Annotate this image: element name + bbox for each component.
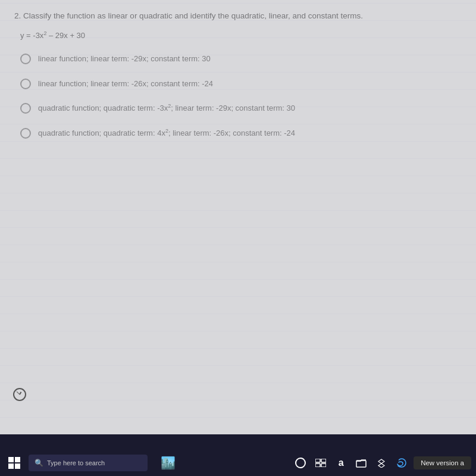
- search-bar[interactable]: 🔍 Type here to search: [29, 455, 148, 471]
- search-icon: 🔍: [35, 459, 43, 467]
- cortana-icon[interactable]: [292, 455, 309, 471]
- option-label-a: linear function; linear term: -29x; cons…: [38, 53, 211, 65]
- option-item-b: linear function; linear term: -26x; cons…: [20, 78, 462, 90]
- option-label-c: quadratic function; quadratic term: -3x2…: [38, 102, 295, 114]
- svg-rect-3: [315, 464, 320, 467]
- equation-display: y = -3x2 – 29x + 30: [20, 30, 462, 40]
- animated-app-icon[interactable]: 🏙️: [157, 452, 178, 474]
- search-input-label: Type here to search: [47, 459, 105, 466]
- radio-option-c[interactable]: [20, 103, 31, 114]
- task-view-icon[interactable]: [312, 455, 329, 471]
- windows-icon: [8, 457, 20, 469]
- svg-rect-2: [321, 459, 326, 462]
- file-explorer-icon[interactable]: [353, 455, 369, 471]
- svg-point-0: [296, 458, 305, 468]
- radio-option-b[interactable]: [20, 79, 31, 89]
- option-label-b: linear function; linear term: -26x; cons…: [38, 78, 213, 90]
- option-item-c: quadratic function; quadratic term: -3x2…: [20, 102, 462, 114]
- question-number: 2.: [14, 11, 21, 20]
- radio-option-a[interactable]: [20, 54, 31, 64]
- radio-option-d[interactable]: [20, 128, 31, 139]
- svg-rect-4: [321, 464, 326, 467]
- option-item-a: linear function; linear term: -29x; cons…: [20, 53, 462, 65]
- svg-rect-1: [315, 459, 320, 462]
- main-content: 2. Classify the function as linear or qu…: [0, 0, 476, 434]
- option-item-d: quadratic function; quadratic term: 4x2;…: [20, 127, 462, 139]
- options-list: linear function; linear term: -29x; cons…: [20, 53, 462, 139]
- taskbar-icons: 🏙️: [157, 452, 178, 474]
- edge-icon[interactable]: [393, 455, 410, 471]
- option-label-d: quadratic function; quadratic term: 4x2;…: [38, 127, 295, 139]
- taskbar: 🔍 Type here to search 🏙️ a: [0, 450, 476, 476]
- question-body: Classify the function as linear or quadr…: [23, 11, 363, 20]
- start-button[interactable]: [5, 453, 24, 472]
- clock-icon: [13, 388, 27, 402]
- dropbox-icon[interactable]: [373, 455, 390, 471]
- language-icon[interactable]: a: [333, 455, 349, 471]
- new-version-badge[interactable]: New version a: [414, 456, 471, 469]
- taskbar-right: a New version a: [292, 455, 471, 471]
- svg-marker-6: [378, 459, 384, 468]
- question-text: 2. Classify the function as linear or qu…: [14, 11, 462, 22]
